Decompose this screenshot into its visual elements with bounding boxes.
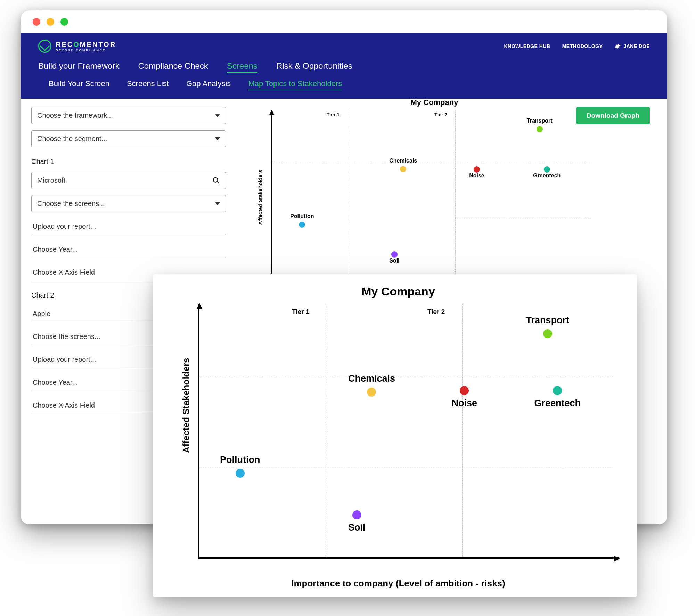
point-dot	[236, 469, 245, 478]
tab-screens[interactable]: Screens	[227, 61, 257, 73]
y-axis	[198, 304, 199, 557]
logo[interactable]: RECOMENTOR BEYOND COMPLIANCE	[38, 40, 116, 53]
select-framework-label: Choose the framework...	[37, 111, 113, 119]
mini-chart-title: My Company	[411, 98, 458, 107]
y-axis-label: Affected Stakeholders	[181, 358, 191, 453]
point-dot	[537, 126, 543, 132]
select-segment[interactable]: Choose the segment...	[31, 130, 226, 147]
close-window-icon[interactable]	[33, 18, 40, 26]
nav-primary: Build your Framework Compliance Check Sc…	[38, 61, 650, 73]
point-label: Greentech	[534, 398, 581, 409]
point-dot	[544, 166, 550, 173]
select-segment-label: Choose the segment...	[37, 135, 107, 143]
tab-compliance[interactable]: Compliance Check	[138, 61, 208, 73]
mini-tier1-line	[348, 110, 348, 284]
x-axis-label: Importance to company (Level of ambition…	[174, 578, 623, 589]
mini-y-axis	[271, 110, 272, 284]
chart1-company-value: Microsoft	[37, 176, 65, 184]
point-dot	[553, 386, 562, 395]
tab-build-framework[interactable]: Build your Framework	[38, 61, 119, 73]
point-dot	[391, 251, 398, 258]
point-dot	[400, 166, 406, 172]
chevron-down-icon	[215, 114, 220, 117]
link-knowledge-hub[interactable]: KNOWLEDGE HUB	[504, 43, 550, 49]
data-point-chemicals[interactable]: Chemicals	[348, 373, 395, 397]
data-point-soil[interactable]: Soil	[348, 507, 366, 533]
window-controls	[21, 10, 667, 33]
data-point-soil[interactable]: Soil	[389, 249, 399, 264]
tab-screens-list[interactable]: Screens List	[127, 79, 169, 90]
user-name: JANE DOE	[623, 43, 650, 49]
mini-tier2-label: Tier 2	[434, 112, 447, 117]
nav-secondary: Build Your Screen Screens List Gap Analy…	[38, 79, 650, 95]
point-dot	[299, 222, 305, 228]
point-label: Transport	[527, 118, 553, 124]
point-label: Greentech	[533, 173, 561, 179]
point-label: Noise	[451, 398, 477, 409]
logo-text: RECOMENTOR	[56, 41, 116, 49]
tier1-label: Tier 1	[292, 308, 309, 316]
svg-line-1	[217, 181, 219, 183]
tab-risk[interactable]: Risk & Opportunities	[276, 61, 352, 73]
svg-point-0	[213, 177, 218, 182]
search-icon	[212, 177, 220, 184]
point-label: Pollution	[290, 213, 314, 219]
point-label: Soil	[348, 522, 366, 533]
data-point-greentech[interactable]: Greentech	[533, 164, 561, 179]
mini-gridline	[455, 218, 591, 218]
point-dot	[460, 386, 469, 395]
tab-gap-analysis[interactable]: Gap Analysis	[186, 79, 231, 90]
user-menu[interactable]: JANE DOE	[614, 43, 650, 49]
chevron-down-icon	[215, 137, 220, 140]
chevron-down-icon	[215, 202, 220, 205]
chart-card: My Company Affected Stakeholders Tier 1 …	[153, 274, 637, 597]
link-methodology[interactable]: METHODOLOGY	[562, 43, 603, 49]
select-framework[interactable]: Choose the framework...	[31, 107, 226, 124]
point-label: Transport	[526, 315, 570, 326]
data-point-noise[interactable]: Noise	[451, 383, 477, 409]
mini-y-label: Affected Stakeholders	[257, 170, 263, 225]
tier2-line	[462, 304, 463, 557]
mini-chart: My Company Affected Stakeholders Tier 1 …	[250, 107, 619, 294]
point-label: Soil	[389, 258, 399, 264]
tier1-line	[327, 304, 327, 557]
chart1-heading: Chart 1	[31, 158, 226, 166]
mini-gridline	[272, 163, 592, 163]
gridline	[199, 467, 613, 467]
point-dot	[543, 329, 552, 338]
chart1-company-input[interactable]: Microsoft	[31, 172, 226, 189]
data-point-chemicals[interactable]: Chemicals	[389, 158, 417, 172]
data-point-pollution[interactable]: Pollution	[220, 455, 260, 478]
point-label: Noise	[469, 173, 484, 179]
tab-map-topics[interactable]: Map Topics to Stakeholders	[248, 79, 342, 90]
chart1-year[interactable]: Choose Year...	[31, 241, 226, 258]
gear-icon	[614, 43, 621, 49]
point-label: Chemicals	[389, 158, 417, 164]
data-point-transport[interactable]: Transport	[526, 315, 570, 338]
chart-title: My Company	[174, 285, 623, 298]
data-point-greentech[interactable]: Greentech	[534, 383, 581, 409]
mini-tier2-line	[455, 110, 456, 284]
tier2-label: Tier 2	[427, 308, 445, 316]
point-dot	[367, 388, 376, 397]
gridline	[199, 377, 613, 377]
chart1-select-screens[interactable]: Choose the screens...	[31, 195, 226, 212]
chart-plot: Affected Stakeholders Tier 1 Tier 2 Poll…	[174, 304, 623, 571]
data-point-transport[interactable]: Transport	[527, 118, 553, 132]
logo-tagline: BEYOND COMPLIANCE	[56, 49, 116, 52]
point-label: Pollution	[220, 455, 260, 465]
data-point-pollution[interactable]: Pollution	[290, 213, 314, 228]
tab-build-screen[interactable]: Build Your Screen	[49, 79, 109, 90]
x-axis	[198, 557, 619, 559]
mini-tier1-label: Tier 1	[327, 112, 340, 117]
logo-icon	[38, 40, 51, 53]
data-point-noise[interactable]: Noise	[469, 164, 484, 179]
header: RECOMENTOR BEYOND COMPLIANCE KNOWLEDGE H…	[21, 33, 667, 99]
maximize-window-icon[interactable]	[60, 18, 68, 26]
chart1-upload[interactable]: Upload your report...	[31, 218, 226, 235]
minimize-window-icon[interactable]	[47, 18, 54, 26]
point-label: Chemicals	[348, 373, 395, 384]
point-dot	[474, 166, 480, 173]
point-dot	[352, 510, 361, 519]
